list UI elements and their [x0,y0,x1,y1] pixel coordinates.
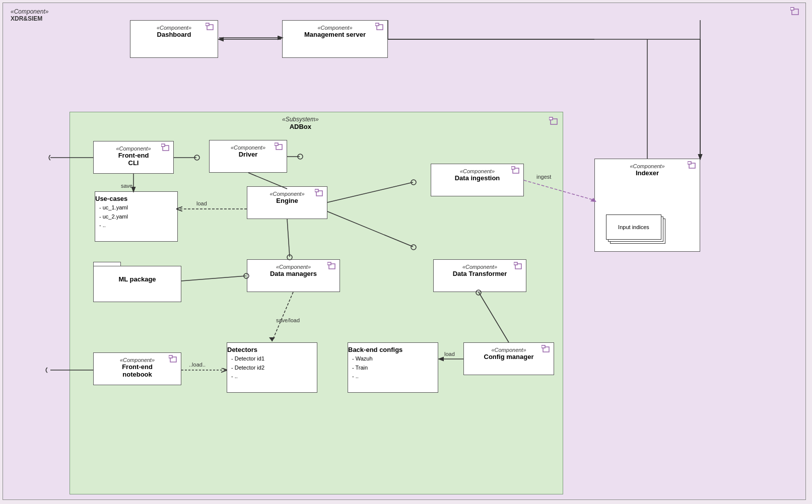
config-manager-box: «Component» Config manager [463,342,554,375]
svg-rect-21 [514,262,517,265]
cli-name: Front-end CLI [94,152,173,167]
frontend-cli-box: «Component» Front-end CLI [93,141,174,174]
engine-box: «Component» Engine [247,186,327,219]
data-transformer-icon [514,262,523,270]
outer-stereotype: «Component» [11,8,48,15]
data-managers-stereotype: «Component» [247,264,340,270]
backend-configs-list: - Wazuh - Train - .. [348,353,438,381]
outer-label: «Component» XDR&SIEM [11,8,48,22]
data-transformer-stereotype: «Component» [434,264,526,270]
svg-rect-25 [169,355,172,358]
diagram-container: «Component» XDR&SIEM «Subsystem» ADBox «… [0,0,812,504]
svg-rect-17 [511,167,515,169]
notebook-icon [169,355,178,363]
svg-rect-19 [327,262,331,265]
ml-package-box: ML package [93,266,181,302]
indexer-box: «Component» Indexer Input indices [594,159,700,252]
dashboard-box: «Component» Dashboard [130,20,218,58]
adbox-name: ADBox [282,123,319,130]
notebook-stereotype: «Component» [94,357,181,363]
mgmt-icon [375,23,384,31]
dashboard-stereotype: «Component» [130,25,218,31]
backend-item-1: - Wazuh [352,354,438,364]
svg-rect-11 [161,144,165,147]
indexer-icon [688,161,697,169]
dashboard-icon [206,23,215,31]
adbox-label: «Subsystem» ADBox [282,116,319,130]
data-transformer-box: «Component» Data Transformer [433,259,526,292]
detectors-name: Detectors [227,346,317,353]
data-transformer-name: Data Transformer [434,270,526,277]
svg-rect-15 [315,189,318,192]
engine-icon [315,189,324,197]
config-manager-icon [542,345,551,353]
ingestion-name: Data ingestion [431,174,523,182]
backend-item-3: - .. [352,372,438,381]
ml-package-wrapper: ML package [93,262,181,302]
data-managers-name: Data managers [247,270,340,277]
data-managers-box: «Component» Data managers [247,259,340,292]
engine-name: Engine [247,197,327,204]
notebook-name: Front-end notebook [94,363,181,378]
backend-configs-name: Back-end configs [348,346,438,353]
outer-icon [790,7,800,17]
config-manager-stereotype: «Component» [464,347,554,353]
detector-item-2: - Detector id2 [231,364,317,373]
svg-rect-9 [688,162,691,164]
frontend-notebook-box: «Component» Front-end notebook [93,352,181,385]
use-cases-item-1: - uc_1.yaml [99,203,177,212]
backend-configs-box: Back-end configs - Wazuh - Train - .. [348,342,438,393]
use-cases-item-3: - .. [99,221,177,230]
use-cases-list: - uc_1.yaml - uc_2.yaml - .. [95,202,177,230]
ingestion-icon [511,166,520,174]
config-manager-name: Config manager [464,353,554,361]
mgmt-name: Management server [283,31,387,38]
driver-name: Driver [210,151,287,158]
data-ingestion-box: «Component» Data ingestion [431,164,524,196]
use-cases-box: Use-cases - uc_1.yaml - uc_2.yaml - .. [95,191,178,242]
mgmt-stereotype: «Component» [283,25,387,31]
indexer-name: Indexer [595,169,700,177]
dashboard-name: Dashboard [130,31,218,38]
svg-rect-23 [542,345,545,348]
backend-item-2: - Train [352,364,438,373]
adbox-icon [549,117,559,126]
svg-rect-13 [275,143,278,146]
driver-icon [275,142,284,151]
detector-item-1: - Detector id1 [231,354,317,364]
outer-name: XDR&SIEM [11,15,48,22]
data-managers-icon [327,262,336,270]
frontend-cli-icon [161,143,170,152]
ingestion-stereotype: «Component» [431,168,523,174]
use-cases-name: Use-cases [95,195,177,202]
use-cases-item-2: - uc_2.yaml [99,212,177,222]
detector-item-3: - .. [231,372,317,381]
adbox-stereotype: «Subsystem» [282,116,319,123]
input-indices-label: Input indices [618,224,649,230]
svg-rect-5 [206,23,209,26]
svg-rect-3 [549,117,553,120]
detectors-box: Detectors - Detector id1 - Detector id2 … [227,342,317,393]
mgmt-server-box: «Component» Management server [282,20,388,58]
indexer-stereotype: «Component» [595,163,700,169]
driver-box: «Component» Driver [209,140,287,173]
ml-package-name: ML package [94,275,181,283]
input-indices-area: Input indices [605,213,675,246]
svg-rect-1 [790,8,794,10]
svg-rect-7 [375,23,379,26]
detectors-list: - Detector id1 - Detector id2 - .. [227,353,317,381]
